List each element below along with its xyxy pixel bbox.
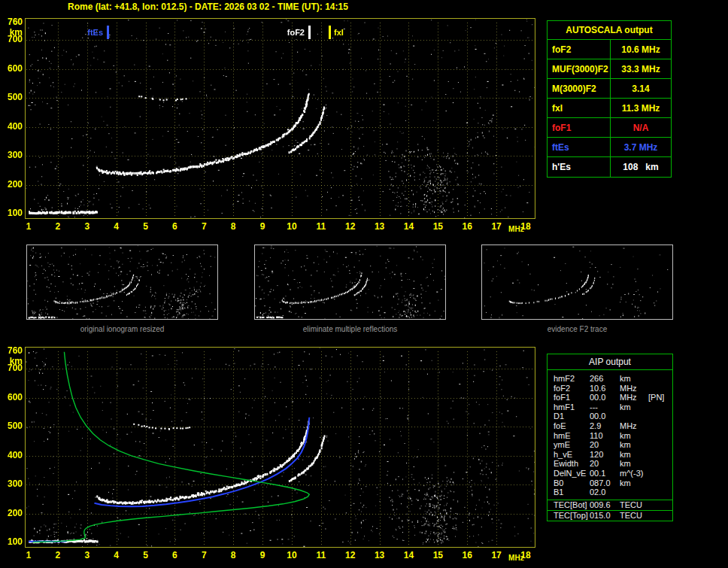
- aip-parameter-note: [648, 412, 672, 421]
- aip-row: DelN_vE00.1m^(-3): [548, 469, 672, 478]
- x-tick-label: 14: [402, 551, 415, 560]
- x-tick-label: 9: [256, 222, 269, 231]
- ftes-marker-label: ftEs: [80, 28, 103, 37]
- autoscala-parameter-value: 3.14: [611, 79, 671, 98]
- y-tick-label: 600: [1, 64, 23, 73]
- station-date-time-header: Rome (lat: +41.8, lon: 012.5) - DATE: 20…: [68, 2, 348, 12]
- y-tick-label: 100: [1, 537, 23, 546]
- aip-parameter-unit: km: [620, 450, 648, 460]
- autoscala-parameter-value: 11.3 MHz: [611, 99, 671, 117]
- aip-parameter-value: 00.0: [590, 393, 620, 402]
- fxi-marker-label: fxI: [334, 28, 344, 37]
- aip-row: Ewidth20km: [548, 459, 672, 469]
- autoscala-parameter-label: MUF(3000)F2: [548, 59, 611, 78]
- x-tick-label: 7: [197, 222, 211, 231]
- aip-parameter-unit: km: [620, 402, 648, 412]
- aip-parameter-note: [648, 374, 672, 384]
- autoscala-output-panel: AUTOSCALA output foF210.6 MHzMUF(3000)F2…: [547, 20, 672, 178]
- aip-parameter-note: [648, 488, 672, 497]
- y-tick-label: 500: [1, 93, 23, 102]
- aip-parameter-note: [648, 478, 672, 488]
- fxi-marker-line: [329, 26, 331, 39]
- autoscala-parameter-value: 10.6 MHz: [611, 40, 671, 59]
- y-axis-unit-label: km: [1, 28, 23, 37]
- aip-row: B102.0: [548, 488, 672, 497]
- autoscala-row: h'Es108 km: [548, 157, 671, 177]
- aip-parameter-label: DelN_vE: [548, 469, 590, 478]
- aip-row: h_vE120km: [548, 450, 672, 460]
- aip-row: foF100.0MHz[PN]: [548, 393, 672, 402]
- x-tick-label: 10: [285, 222, 299, 231]
- aip-parameter-label: Ewidth: [548, 459, 590, 469]
- autoscala-row: fxI11.3 MHz: [548, 99, 671, 118]
- aip-parameter-note: [648, 450, 672, 460]
- autoscala-row: foF210.6 MHz: [548, 40, 671, 59]
- aip-row: hmF1---km: [548, 402, 672, 412]
- aip-output-header: AIP output: [548, 354, 672, 370]
- aip-parameter-value: 00.1: [590, 469, 620, 478]
- x-tick-label: 8: [226, 551, 240, 560]
- aip-parameter-label: B0: [548, 478, 590, 488]
- ftes-marker-line: [107, 26, 109, 39]
- bottom-ionogram-frame: [25, 347, 535, 548]
- x-tick-label: 4: [110, 222, 123, 231]
- x-axis-unit-label: MHz: [508, 554, 524, 563]
- aip-parameter-value: ---: [590, 402, 620, 412]
- x-tick-label: 1: [22, 222, 35, 231]
- x-tick-label: 5: [139, 551, 153, 560]
- x-tick-label: 6: [168, 551, 181, 560]
- aip-parameter-unit: MHz: [620, 393, 648, 402]
- x-tick-label: 1: [22, 551, 35, 560]
- aip-parameter-unit: km: [620, 440, 648, 450]
- aip-parameter-value: 266: [590, 374, 620, 384]
- aip-parameter-value: 2.9: [590, 421, 620, 431]
- x-tick-label: 13: [373, 222, 387, 231]
- autoscala-parameter-label: h'Es: [548, 157, 611, 177]
- aip-parameter-note: [648, 384, 672, 393]
- aip-parameter-value: 087.0: [590, 478, 620, 488]
- autoscala-row: foF1N/A: [548, 118, 671, 138]
- aip-parameter-label: hmF1: [548, 402, 590, 412]
- aip-parameter-label: ymE: [548, 440, 590, 450]
- aip-parameter-unit: km: [620, 374, 648, 384]
- aip-parameter-value: 20: [590, 459, 620, 469]
- x-tick-label: 13: [373, 551, 387, 560]
- aip-row: hmE110km: [548, 431, 672, 441]
- aip-output-panel: AIP output hmF2266kmfoF210.6MHzfoF100.0M…: [547, 354, 673, 521]
- autoscala-row: ftEs3.7 MHz: [548, 138, 671, 157]
- autoscala-parameter-label: ftEs: [548, 138, 611, 156]
- aip-parameter-note: [648, 459, 672, 469]
- thumbnail-f2-trace-ionogram: [481, 245, 673, 320]
- y-tick-label: 100: [1, 208, 23, 217]
- aip-parameter-value: 00.0: [590, 412, 620, 421]
- aip-row: foF210.6MHz: [548, 384, 672, 393]
- aip-output-rows: hmF2266kmfoF210.6MHzfoF100.0MHz[PN]hmF1-…: [548, 370, 672, 500]
- aip-row: ymE20km: [548, 440, 672, 450]
- x-tick-label: 17: [490, 551, 503, 560]
- aip-parameter-unit: MHz: [620, 384, 648, 393]
- aip-parameter-label: foE: [548, 421, 590, 431]
- aip-parameter-value: 02.0: [590, 488, 620, 497]
- tec-row-value: 015.0: [590, 511, 620, 521]
- aip-parameter-unit: MHz: [620, 421, 648, 431]
- aip-parameter-label: hmE: [548, 431, 590, 441]
- thumbnail-caption-no-multiples: eliminate multiple reflections: [254, 325, 446, 333]
- aip-row: hmF2266km: [548, 374, 672, 384]
- x-tick-label: 15: [431, 551, 444, 560]
- aip-parameter-value: 120: [590, 450, 620, 460]
- aip-row: foE2.9MHz: [548, 421, 672, 431]
- aip-parameter-note: [648, 469, 672, 478]
- autoscala-row: M(3000)F23.14: [548, 79, 671, 99]
- aip-row: D100.0: [548, 412, 672, 421]
- x-tick-label: 14: [402, 222, 415, 231]
- aip-parameter-unit: [620, 488, 648, 497]
- fof2-marker-label: foF2: [281, 28, 305, 37]
- x-tick-label: 2: [51, 222, 65, 231]
- aip-parameter-note: [648, 402, 672, 412]
- thumbnail-original-ionogram: [26, 245, 218, 320]
- x-tick-label: 3: [80, 222, 94, 231]
- aip-parameter-note: [648, 440, 672, 450]
- aip-parameter-unit: km: [620, 431, 648, 441]
- y-axis-unit-label: km: [1, 357, 23, 366]
- autoscala-parameter-label: fxI: [548, 99, 611, 117]
